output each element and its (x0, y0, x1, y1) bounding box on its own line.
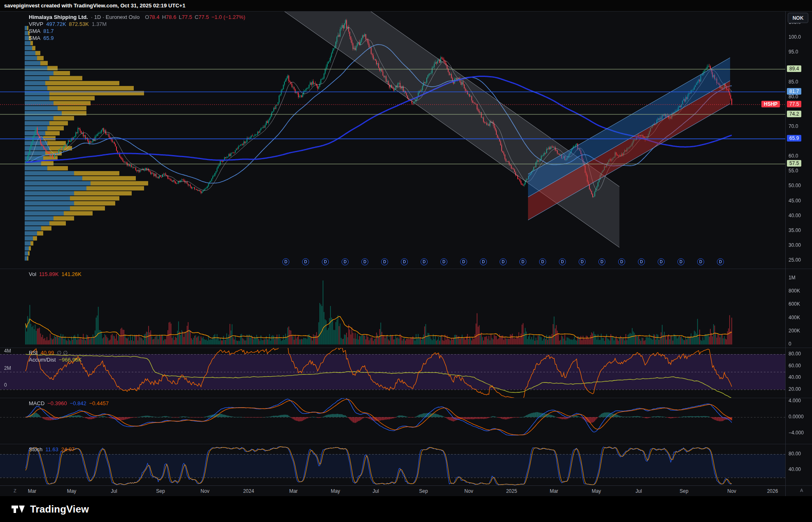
price-level-label: 57.5 (787, 160, 801, 167)
accdist-scale-tick: 0 (4, 382, 7, 388)
dividend-marker[interactable]: D (500, 258, 507, 265)
time-axis-right-marker[interactable]: A (800, 488, 803, 493)
tradingview-chart-app: savepiginvest created with TradingView.c… (0, 0, 812, 522)
dividend-marker[interactable]: D (618, 258, 625, 265)
price-tick: 50.00 (789, 183, 801, 188)
time-axis[interactable]: Z MarMayJulSepNov2024MarMayJulSepNov2025… (0, 485, 785, 496)
symbol-row[interactable]: Himalaya Shipping Ltd. · 1D · Euronext O… (29, 14, 245, 21)
dividend-marker[interactable]: D (401, 258, 408, 265)
time-axis-month-label: May (67, 488, 77, 494)
price-scale[interactable]: 105.0100.095.085.080.070.060.055.050.004… (785, 11, 812, 496)
tradingview-logo-icon[interactable] (11, 504, 26, 515)
volume-scale-tick: 200K (789, 328, 800, 334)
volume-scale-tick: 1M (789, 275, 796, 281)
sma-fast-legend-row[interactable]: SMA 81.7 (29, 28, 245, 35)
time-axis-month-label: Mar (28, 488, 37, 494)
ohlc-change: −1.0 (−1.27%) (212, 14, 245, 20)
ohlc-value: 78.4 (149, 14, 159, 20)
volume-label: Vol (29, 271, 36, 278)
time-axis-month-label: Sep (679, 488, 688, 494)
chart-canvas[interactable] (0, 0, 812, 496)
dividend-marker[interactable]: D (579, 258, 586, 265)
sma-slow-value: 65.9 (43, 35, 54, 42)
sma-fast-label: SMA (29, 28, 40, 35)
macd-scale-tick: 4.000 (789, 398, 801, 404)
dividend-marker[interactable]: D (440, 258, 447, 265)
accdist-label: Accum/Dist (29, 356, 56, 363)
ohlc-key: C (195, 14, 198, 20)
status-text: savepiginvest created with TradingView.c… (4, 2, 185, 9)
dividend-marker[interactable]: D (460, 258, 467, 265)
ohlc-key: L (179, 14, 181, 20)
dividend-marker[interactable]: D (342, 258, 349, 265)
time-axis-month-label: Nov (200, 488, 209, 494)
time-axis-left-marker[interactable]: Z (14, 488, 16, 493)
rsi-scale-tick: 60.00 (789, 363, 801, 369)
stoch-label: Stoch (29, 446, 42, 453)
volume-scale-tick: 400K (789, 315, 800, 320)
price-level-label: 89.4 (787, 65, 801, 72)
macd-legend[interactable]: MACD −0.3960 −0.842 −0.4457 (29, 400, 109, 407)
dividend-marker[interactable]: D (480, 258, 487, 265)
accdist-scale-tick: 2M (4, 365, 11, 371)
dividend-marker[interactable]: D (302, 258, 309, 265)
macd-signal-value: −0.4457 (89, 400, 109, 407)
dividend-marker[interactable]: D (658, 258, 665, 265)
price-tick: 95.0 (789, 49, 798, 55)
macd-label: MACD (29, 400, 44, 407)
sma-slow-legend-row[interactable]: SMA 65.9 (29, 35, 245, 42)
time-axis-month-label: May (331, 488, 340, 494)
dividend-marker[interactable]: D (519, 258, 526, 265)
macd-scale-tick: 0.0000 (789, 414, 804, 420)
footer: TradingView (0, 496, 812, 522)
volume-ma-value: 141.26K (62, 271, 81, 278)
dividend-marker[interactable]: D (322, 258, 329, 265)
tradingview-brand[interactable]: TradingView (30, 503, 89, 515)
dividend-marker[interactable]: D (539, 258, 546, 265)
dividend-marker[interactable]: D (282, 258, 289, 265)
time-axis-month-label: Mar (550, 488, 558, 494)
dividend-marker[interactable]: D (421, 258, 428, 265)
rsi-legend[interactable]: RSI 40.99 ∅ ∅ Accum/Dist −966.96K (29, 349, 82, 363)
time-axis-month-label: Jul (111, 488, 117, 494)
dividend-marker[interactable]: D (598, 258, 605, 265)
dividend-marker[interactable]: D (697, 258, 704, 265)
price-level-label: 81.7 (787, 88, 801, 95)
time-axis-month-label: Sep (156, 488, 165, 494)
time-axis-month-label: Jul (372, 488, 379, 494)
price-tick: 55.0 (789, 168, 798, 174)
time-axis-year-label: 2026 (767, 488, 778, 494)
ohlc-key: O (145, 14, 149, 20)
volume-legend[interactable]: Vol 115.89K 141.26K (29, 271, 81, 278)
currency-button[interactable]: NOK (788, 13, 808, 23)
ohlc-value: 78.6 (166, 14, 176, 20)
time-axis-year-label: 2025 (506, 488, 517, 494)
ohlc-value: 77.5 (182, 14, 192, 20)
vrvp-legend-row[interactable]: VRVP 497.72K 872.53K 1.37M (29, 21, 245, 28)
stoch-legend[interactable]: Stoch 11.63 24.07 (29, 446, 74, 453)
time-axis-month-label: Mar (289, 488, 298, 494)
rsi-value: 40.99 (41, 349, 54, 356)
time-axis-month-label: Nov (464, 488, 473, 494)
ohlc-value: 77.5 (198, 14, 209, 20)
time-axis-month-label: May (592, 488, 601, 494)
price-tick: 35.00 (789, 227, 801, 233)
dividend-marker[interactable]: D (361, 258, 368, 265)
dividend-marker[interactable]: D (381, 258, 388, 265)
vrvp-value-2: 872.53K (69, 21, 89, 28)
time-axis-month-label: Nov (727, 488, 736, 494)
ohlc-values: O78.4H78.6L77.5C77.5−1.0 (−1.27%) (142, 14, 245, 21)
dividend-marker[interactable]: D (638, 258, 645, 265)
macd-hist-value: −0.3960 (47, 400, 67, 407)
dividend-marker[interactable]: D (559, 258, 566, 265)
price-tick: 25.00 (789, 257, 801, 263)
ticker-price-badge: HSHP (761, 101, 780, 107)
dividend-marker[interactable]: D (677, 258, 684, 265)
price-tick: 40.00 (789, 213, 801, 218)
symbol-title[interactable]: Himalaya Shipping Ltd. (29, 14, 88, 21)
volume-scale-tick: 600K (789, 301, 800, 307)
time-axis-year-label: 2024 (243, 488, 254, 494)
accdist-scale-tick: 4M (4, 348, 11, 354)
dividend-marker[interactable]: D (717, 258, 724, 265)
price-tick: 100.0 (789, 34, 801, 40)
